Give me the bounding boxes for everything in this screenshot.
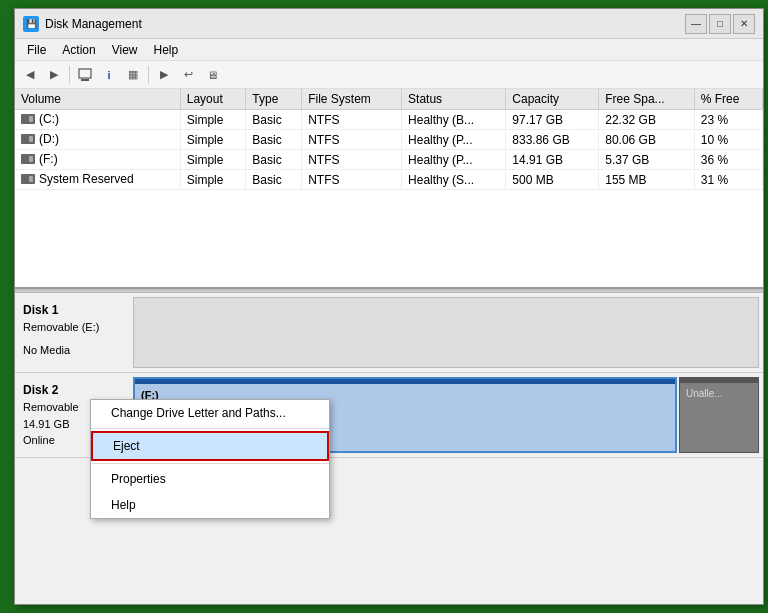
- drive-icon-2: [21, 154, 35, 164]
- disk1-type: Removable (E:): [23, 319, 125, 336]
- col-freespace[interactable]: Free Spa...: [599, 89, 695, 110]
- toolbar-separator-1: [69, 66, 70, 84]
- disk1-no-media: [133, 297, 759, 368]
- cell-status: Healthy (B...: [402, 110, 506, 130]
- drive-icon-1: [21, 134, 35, 144]
- cell-free: 22.32 GB: [599, 110, 695, 130]
- ctx-item-change-drive-letter-and-paths[interactable]: Change Drive Letter and Paths...: [91, 400, 329, 426]
- volume-table-container: Volume Layout Type File System Status Ca…: [15, 89, 763, 289]
- cell-layout: Simple: [180, 110, 246, 130]
- col-volume[interactable]: Volume: [15, 89, 180, 110]
- window-title: Disk Management: [45, 17, 685, 31]
- menu-bar: File Action View Help: [15, 39, 763, 61]
- col-layout[interactable]: Layout: [180, 89, 246, 110]
- cell-capacity: 833.86 GB: [506, 130, 599, 150]
- play-button[interactable]: ▶: [153, 65, 175, 85]
- table-row[interactable]: (F:) Simple Basic NTFS Healthy (P... 14.…: [15, 150, 763, 170]
- ctx-item-properties[interactable]: Properties: [91, 466, 329, 492]
- cell-fs: NTFS: [302, 150, 402, 170]
- monitor-button[interactable]: 🖥: [201, 65, 223, 85]
- drive-icon-3: [21, 174, 35, 184]
- disk-management-window: 💾 Disk Management — □ ✕ File Action View…: [14, 8, 764, 605]
- toolbar-separator-2: [148, 66, 149, 84]
- cell-status: Healthy (P...: [402, 150, 506, 170]
- cell-pct: 10 %: [694, 130, 762, 150]
- ctx-separator-top: [91, 428, 329, 429]
- forward-button[interactable]: ▶: [43, 65, 65, 85]
- col-pctfree[interactable]: % Free: [694, 89, 762, 110]
- context-menu: Change Drive Letter and Paths...EjectPro…: [90, 399, 330, 519]
- svg-rect-1: [81, 79, 89, 81]
- cell-type: Basic: [246, 170, 302, 190]
- ctx-item-help[interactable]: Help: [91, 492, 329, 518]
- drive-icon-0: [21, 114, 35, 124]
- col-capacity[interactable]: Capacity: [506, 89, 599, 110]
- cell-status: Healthy (S...: [402, 170, 506, 190]
- table-row[interactable]: System Reserved Simple Basic NTFS Health…: [15, 170, 763, 190]
- cell-volume: System Reserved: [15, 170, 180, 190]
- minimize-button[interactable]: —: [685, 14, 707, 34]
- menu-action[interactable]: Action: [54, 41, 103, 59]
- cell-volume: (F:): [15, 150, 180, 170]
- disk2-unallocated[interactable]: Unalle...: [679, 377, 759, 453]
- disk1-row: Disk 1 Removable (E:) No Media: [15, 293, 763, 373]
- cell-fs: NTFS: [302, 110, 402, 130]
- content-area: Volume Layout Type File System Status Ca…: [15, 89, 763, 604]
- cell-status: Healthy (P...: [402, 130, 506, 150]
- cell-capacity: 14.91 GB: [506, 150, 599, 170]
- cell-pct: 31 %: [694, 170, 762, 190]
- unallocated-label: Unalle...: [686, 388, 752, 399]
- cell-layout: Simple: [180, 170, 246, 190]
- menu-help[interactable]: Help: [146, 41, 187, 59]
- cell-pct: 23 %: [694, 110, 762, 130]
- cell-layout: Simple: [180, 150, 246, 170]
- disk1-partitions: [133, 297, 759, 368]
- back-button[interactable]: ◀: [19, 65, 41, 85]
- disk2-name: Disk 2: [23, 381, 125, 399]
- cell-fs: NTFS: [302, 170, 402, 190]
- cell-free: 80.06 GB: [599, 130, 695, 150]
- cell-volume: (C:): [15, 110, 180, 130]
- partition-header-strip: [135, 379, 675, 384]
- cell-free: 5.37 GB: [599, 150, 695, 170]
- close-button[interactable]: ✕: [733, 14, 755, 34]
- cell-fs: NTFS: [302, 130, 402, 150]
- col-status[interactable]: Status: [402, 89, 506, 110]
- undo-button[interactable]: ↩: [177, 65, 199, 85]
- grid-button[interactable]: ▦: [122, 65, 144, 85]
- menu-view[interactable]: View: [104, 41, 146, 59]
- cell-capacity: 97.17 GB: [506, 110, 599, 130]
- maximize-button[interactable]: □: [709, 14, 731, 34]
- cell-type: Basic: [246, 130, 302, 150]
- toolbar: ◀ ▶ i ▦ ▶ ↩ 🖥: [15, 61, 763, 89]
- disk1-media: No Media: [23, 342, 125, 359]
- table-row[interactable]: (C:) Simple Basic NTFS Healthy (B... 97.…: [15, 110, 763, 130]
- window-icon: 💾: [23, 16, 39, 32]
- menu-file[interactable]: File: [19, 41, 54, 59]
- cell-capacity: 500 MB: [506, 170, 599, 190]
- table-row[interactable]: (D:) Simple Basic NTFS Healthy (P... 833…: [15, 130, 763, 150]
- cell-type: Basic: [246, 150, 302, 170]
- unalloc-header-strip: [680, 378, 758, 383]
- disk1-name: Disk 1: [23, 301, 125, 319]
- cell-free: 155 MB: [599, 170, 695, 190]
- volume-table: Volume Layout Type File System Status Ca…: [15, 89, 763, 190]
- svg-rect-0: [79, 69, 91, 78]
- cell-pct: 36 %: [694, 150, 762, 170]
- disk1-label: Disk 1 Removable (E:) No Media: [19, 297, 129, 368]
- col-filesystem[interactable]: File System: [302, 89, 402, 110]
- cell-type: Basic: [246, 110, 302, 130]
- properties-button[interactable]: [74, 65, 96, 85]
- title-bar: 💾 Disk Management — □ ✕: [15, 9, 763, 39]
- title-bar-controls: — □ ✕: [685, 14, 755, 34]
- ctx-item-eject[interactable]: Eject: [91, 431, 329, 461]
- ctx-separator-bottom: [91, 463, 329, 464]
- cell-volume: (D:): [15, 130, 180, 150]
- help-button[interactable]: i: [98, 65, 120, 85]
- cell-layout: Simple: [180, 130, 246, 150]
- col-type[interactable]: Type: [246, 89, 302, 110]
